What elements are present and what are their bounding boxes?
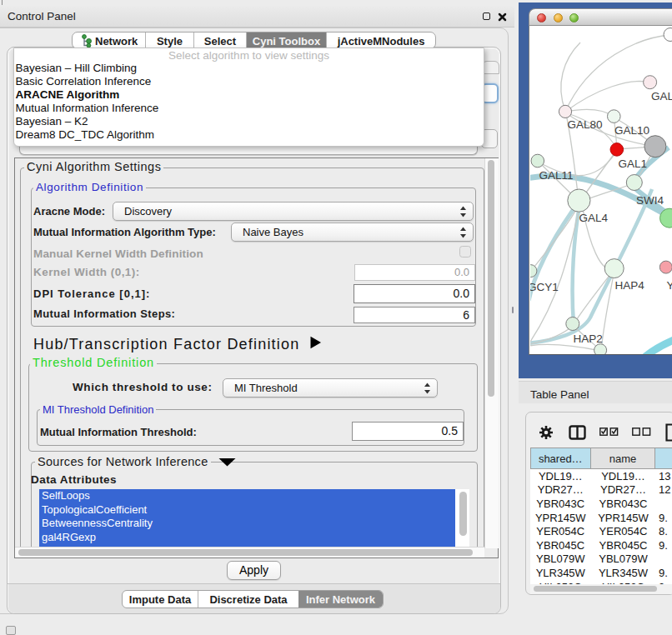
svg-text:YO: YO [667,279,672,292]
svg-text:SWI4: SWI4 [636,194,664,207]
svg-text:GAL2: GAL2 [651,90,672,102]
svg-text:GAL1: GAL1 [619,158,648,170]
svg-text:GCY1: GCY1 [530,281,559,293]
svg-text:GAL11: GAL11 [539,169,574,182]
svg-text:GAL80: GAL80 [568,118,603,131]
svg-text:HAP4: HAP4 [615,279,645,292]
svg-text:HAP2: HAP2 [574,332,603,345]
svg-text:GAL10: GAL10 [614,124,649,137]
svg-text:GAL4: GAL4 [579,212,609,224]
